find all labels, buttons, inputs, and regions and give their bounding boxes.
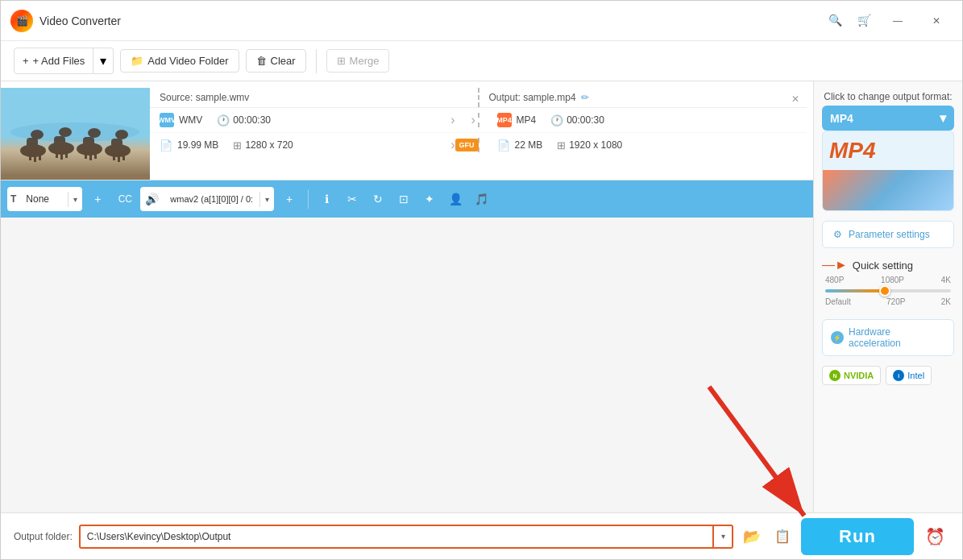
add-audio-button[interactable]: +: [277, 187, 301, 211]
quality-slider-track[interactable]: [825, 289, 951, 292]
label-4k: 4K: [941, 276, 951, 284]
add-files-button[interactable]: + + Add Files: [14, 48, 93, 74]
edit-icon[interactable]: ✏: [581, 92, 589, 103]
thumbnail-svg: [1, 88, 150, 176]
file-details-panel: Source: sample.wmv Output: sample.mp4 ✏: [150, 88, 807, 180]
output-path-input[interactable]: [79, 525, 714, 549]
add-files-wrapper: + + Add Files ▾: [14, 48, 114, 74]
sliders-icon: ⚙: [831, 228, 844, 241]
svg-point-16: [88, 128, 101, 138]
output-input-wrapper: ▾: [79, 525, 733, 549]
output-resolution: ⊞ 1920 x 1080: [557, 139, 622, 151]
close-card-button[interactable]: ✕: [784, 88, 807, 110]
res-icon-out: ⊞: [557, 139, 566, 151]
clock-icon-out: 🕐: [550, 114, 563, 127]
meta-row-2: 📄 19.99 MB ⊞ 1280 x 720 ›: [150, 133, 807, 157]
format-dropdown-arrow: ▾: [940, 110, 946, 126]
clock-icon-src: 🕐: [217, 114, 230, 127]
minimize-button[interactable]: —: [882, 9, 914, 33]
audio-edit-icon[interactable]: 🎵: [470, 188, 492, 210]
source-format-row: WMV WMV 🕐 00:00:30 ›: [150, 113, 479, 127]
quality-slider-container: 480P 1080P 4K Default 720P 2K: [822, 272, 954, 309]
merge-icon: ⊞: [337, 55, 346, 67]
subtitle-icon[interactable]: CC: [113, 187, 137, 211]
folder-icon-src: 📄: [160, 139, 172, 151]
svg-rect-13: [65, 148, 68, 158]
text-select-arrow[interactable]: ▾: [68, 192, 82, 207]
add-video-folder-label: Add Video Folder: [147, 55, 228, 67]
res-icon-src: ⊞: [233, 139, 242, 151]
app-title: Video Converter: [39, 15, 824, 27]
nvidia-label: NVIDIA: [844, 371, 874, 380]
audio-track-arrow[interactable]: ▾: [259, 192, 274, 207]
merge-button[interactable]: ⊞ Merge: [326, 49, 390, 73]
open-output-button[interactable]: 📋: [770, 525, 795, 549]
mp4-preview-text: MP4: [829, 138, 876, 164]
run-button[interactable]: Run: [801, 518, 914, 555]
audio-track-select[interactable]: 🔊 wmav2 (a[1][0][0] / 0: ▾: [140, 187, 274, 211]
cart-icon[interactable]: 🛒: [853, 9, 875, 31]
svg-rect-25: [122, 151, 125, 160]
source-size: 19.99 MB: [177, 139, 218, 151]
output-size-row: GFU 📄 22 MB ⊞ 1920 x 1080: [479, 138, 807, 152]
parameter-settings-button[interactable]: ⚙ Parameter settings: [822, 221, 954, 248]
label-2k: 2K: [941, 297, 951, 306]
text-subtitle-select[interactable]: T None ▾: [7, 187, 82, 211]
slider-thumb[interactable]: [879, 285, 890, 297]
run-label: Run: [839, 526, 876, 546]
app-window: 🎬 Video Converter 🔍 🛒 — ✕ + + Add Files …: [0, 0, 963, 560]
rotate-icon[interactable]: ↻: [367, 188, 389, 210]
intel-logo: i: [893, 370, 904, 381]
svg-rect-6: [34, 152, 36, 162]
file-info-row: Source: sample.wmv Output: sample.mp4 ✏: [1, 81, 813, 180]
source-format-icon: WMV: [160, 113, 174, 127]
toolbar-separator: [316, 49, 317, 73]
output-format-label: Click to change output format:: [822, 91, 954, 102]
close-button[interactable]: ✕: [920, 9, 953, 33]
add-text-button[interactable]: +: [85, 187, 110, 211]
svg-rect-3: [27, 138, 38, 154]
add-video-folder-button[interactable]: 📁 Add Video Folder: [120, 49, 239, 73]
clear-button[interactable]: 🗑 Clear: [246, 49, 306, 73]
output-size: 22 MB: [515, 139, 543, 151]
gpu-badges: N NVIDIA i Intel: [822, 366, 954, 385]
merge-label: Merge: [350, 55, 380, 67]
add-files-label: + Add Files: [33, 55, 85, 67]
intel-badge[interactable]: i Intel: [886, 366, 932, 385]
crop-icon[interactable]: ⊡: [392, 188, 415, 210]
schedule-button[interactable]: ⏰: [920, 522, 949, 551]
output-dropdown-button[interactable]: ▾: [714, 525, 733, 549]
output-label: Output: sample.mp4: [489, 92, 576, 103]
quick-setting-icon: —►: [822, 258, 848, 272]
quality-labels-bottom: Default 720P 2K: [822, 297, 954, 306]
svg-rect-19: [94, 149, 97, 159]
param-settings-label: Parameter settings: [849, 229, 930, 240]
search-icon[interactable]: 🔍: [824, 9, 846, 31]
browse-folder-button[interactable]: 📂: [740, 525, 764, 549]
info-icon[interactable]: ℹ: [315, 188, 338, 210]
main-toolbar: + + Add Files ▾ 📁 Add Video Folder 🗑 Cle…: [1, 41, 962, 81]
label-1080p: 1080P: [881, 276, 904, 284]
svg-rect-18: [89, 151, 92, 160]
svg-rect-11: [56, 148, 58, 158]
quick-setting-section: —► Quick setting 480P 1080P 4K Default: [822, 258, 954, 309]
intel-label: Intel: [907, 371, 924, 380]
label-default: Default: [825, 297, 851, 306]
nvidia-badge[interactable]: N NVIDIA: [822, 366, 881, 385]
format-selector[interactable]: MP4 ▾: [822, 106, 954, 131]
effects-icon[interactable]: ✦: [418, 188, 441, 210]
source-duration: 🕐 00:00:30: [217, 114, 271, 127]
audio-track-value: wmav2 (a[1][0][0] / 0:: [164, 191, 259, 207]
nvidia-logo: N: [829, 370, 841, 381]
cut-icon[interactable]: ✂: [341, 188, 363, 210]
watermark-icon[interactable]: 👤: [444, 188, 467, 210]
hardware-acceleration-button[interactable]: ⚡ Hardware acceleration: [822, 319, 954, 356]
arrow-right-2: ›: [471, 113, 475, 127]
output-format-icon: MP4: [497, 113, 512, 127]
empty-drop-area: [1, 218, 813, 512]
add-files-dropdown[interactable]: ▾: [93, 48, 114, 74]
clear-label: Clear: [271, 55, 296, 67]
preview-film: [823, 170, 953, 210]
meta-row-1: WMV WMV 🕐 00:00:30 › ›: [150, 108, 807, 133]
trash-icon: 🗑: [256, 55, 267, 67]
